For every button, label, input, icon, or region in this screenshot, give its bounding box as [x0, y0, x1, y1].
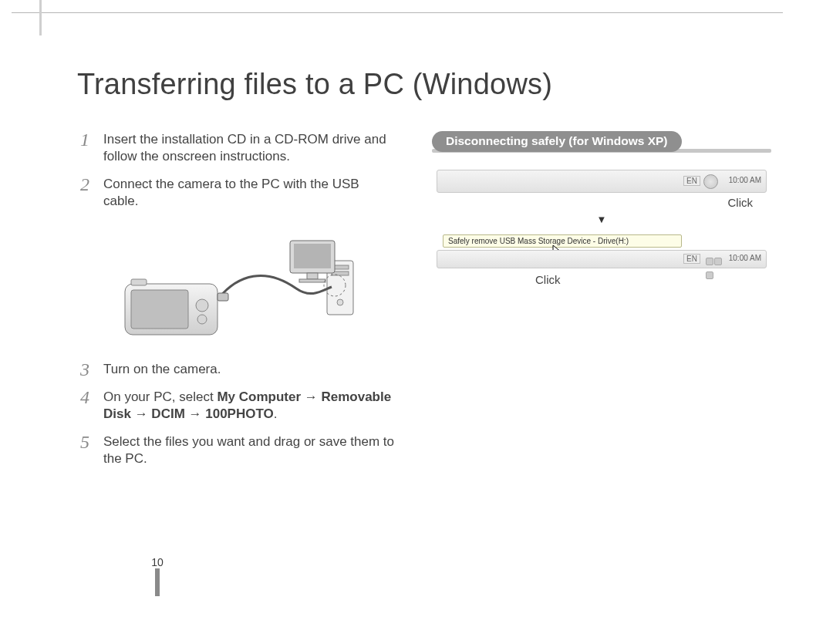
clock-text: 10:00 AM	[729, 254, 761, 262]
click-label-2: Click	[535, 273, 771, 286]
step-3: 3 Turn on the camera.	[80, 361, 396, 378]
svg-rect-14	[218, 293, 228, 301]
down-arrow-icon: ▼	[432, 214, 771, 225]
page-number-block: 10	[148, 559, 167, 598]
safely-remove-usb-icon	[703, 174, 718, 189]
taskbar-2: EN 10:00 AM	[437, 250, 767, 268]
step-number: 4	[80, 389, 103, 423]
svg-rect-13	[131, 279, 147, 285]
step-text: Connect the camera to the PC with the US…	[103, 176, 396, 210]
camera-to-pc-illustration	[103, 228, 366, 344]
tray-icons	[706, 255, 729, 264]
step-2: 2 Connect the camera to the PC with the …	[80, 176, 396, 210]
step-text: On your PC, select My Computer → Removab…	[103, 389, 396, 423]
step-4: 4 On your PC, select My Computer → Remov…	[80, 389, 396, 423]
svg-point-11	[196, 299, 208, 312]
step-number: 3	[80, 361, 103, 378]
svg-point-12	[197, 315, 207, 324]
page-title: Transferring files to a PC (Windows)	[77, 68, 552, 101]
right-column: Disconnecting safely (for Windows XP) EN…	[432, 131, 771, 286]
svg-point-3	[337, 299, 343, 305]
step-5: 5 Select the files you want and drag or …	[80, 433, 396, 467]
click-label-1: Click	[432, 196, 753, 209]
svg-rect-5	[294, 244, 331, 268]
balloon-row: Safely remove USB Mass Storage Device - …	[437, 234, 767, 268]
step-text: Insert the installation CD in a CD-ROM d…	[103, 131, 396, 165]
step4-prefix: On your PC, select	[103, 389, 217, 404]
step-text: Turn on the camera.	[103, 361, 396, 378]
step-number: 1	[80, 131, 103, 165]
step-1: 1 Insert the installation CD in a CD-ROM…	[80, 131, 396, 165]
step-text: Select the files you want and drag or sa…	[103, 433, 396, 467]
clock-text: 10:00 AM	[729, 176, 761, 184]
svg-rect-10	[131, 290, 188, 329]
language-indicator: EN	[683, 176, 700, 186]
page-number: 10	[148, 556, 167, 568]
step4-suffix: .	[274, 406, 278, 421]
taskbar-1: EN 10:00 AM	[437, 170, 767, 193]
step-number: 2	[80, 176, 103, 210]
step-number: 5	[80, 433, 103, 467]
tab-mark	[39, 0, 42, 35]
left-column: 1 Insert the installation CD in a CD-ROM…	[80, 131, 396, 478]
top-rule	[12, 12, 783, 13]
svg-rect-6	[307, 273, 318, 279]
language-indicator: EN	[683, 254, 700, 264]
svg-rect-7	[299, 279, 325, 282]
info-heading: Disconnecting safely (for Windows XP)	[432, 131, 682, 152]
